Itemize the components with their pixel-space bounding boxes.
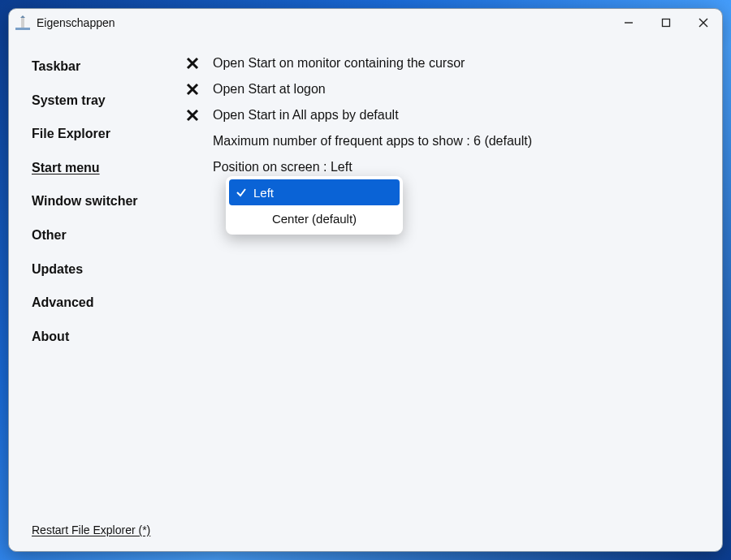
maximize-button[interactable] [647,9,685,37]
sidebar-item-system-tray[interactable]: System tray [32,93,184,108]
sidebar-item-advanced[interactable]: Advanced [32,295,184,310]
x-icon [184,57,201,70]
sidebar-item-updates[interactable]: Updates [32,262,184,277]
setting-label: Maximum number of frequent apps to show … [213,134,532,149]
sidebar-item-window-switcher[interactable]: Window switcher [32,194,184,209]
window-controls [610,9,722,37]
setting-label: Position on screen : Left [213,160,353,174]
setting-label: Open Start on monitor containing the cur… [213,56,465,71]
minimize-button[interactable] [610,9,647,37]
setting-open-start-all-apps[interactable]: Open Start in All apps by default [184,108,690,123]
close-button[interactable] [685,9,722,37]
svg-rect-0 [15,28,30,30]
sidebar-item-other[interactable]: Other [32,228,184,243]
restart-file-explorer-link[interactable]: Restart File Explorer (*) [32,523,150,536]
app-icon [15,15,30,30]
setting-max-frequent-apps[interactable]: Maximum number of frequent apps to show … [184,134,690,149]
svg-rect-1 [21,18,24,28]
setting-label: Open Start in All apps by default [213,108,399,123]
dropdown-option-label: Center (default) [272,212,357,226]
sidebar: Taskbar System tray File Explorer Start … [9,37,184,551]
window-title: Eigenschappen [37,16,115,29]
app-window: Eigenschappen Taskbar System tray File E… [8,8,723,552]
x-icon [184,109,201,122]
sidebar-item-start-menu[interactable]: Start menu [32,161,184,175]
setting-open-start-logon[interactable]: Open Start at logon [184,82,690,97]
setting-open-start-cursor-monitor[interactable]: Open Start on monitor containing the cur… [184,56,690,71]
dropdown-option-label: Left [253,186,274,200]
sidebar-item-file-explorer[interactable]: File Explorer [32,127,184,141]
sidebar-item-about[interactable]: About [32,330,184,344]
check-icon [229,187,253,198]
dropdown-option-center[interactable]: Center (default) [229,205,400,231]
position-dropdown[interactable]: Left Center (default) [226,176,403,235]
sidebar-item-taskbar[interactable]: Taskbar [32,59,184,74]
x-icon [184,83,201,96]
titlebar: Eigenschappen [9,9,722,37]
setting-position-on-screen[interactable]: Position on screen : Left [184,160,690,174]
window-body: Taskbar System tray File Explorer Start … [9,37,722,551]
dropdown-option-left[interactable]: Left [229,179,400,205]
content-panel: Open Start on monitor containing the cur… [184,37,722,551]
setting-label: Open Start at logon [213,82,326,97]
svg-rect-3 [663,19,670,27]
